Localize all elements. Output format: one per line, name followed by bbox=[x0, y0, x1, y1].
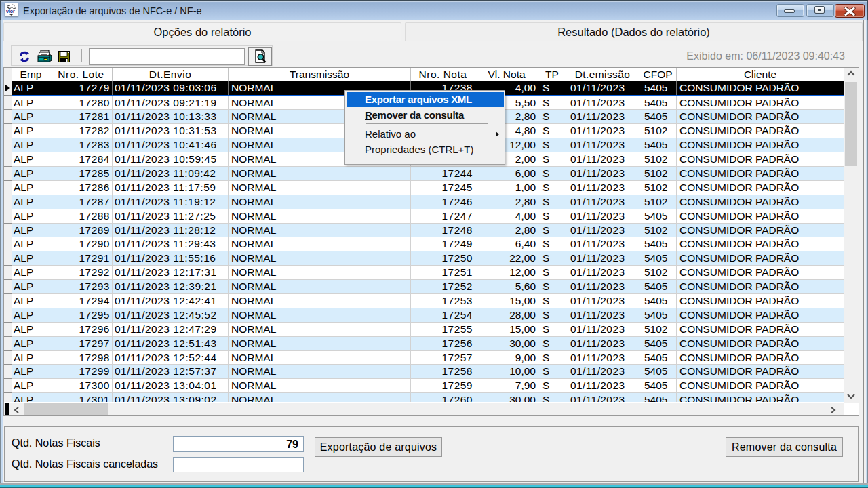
svg-text:vior: vior bbox=[6, 9, 15, 14]
